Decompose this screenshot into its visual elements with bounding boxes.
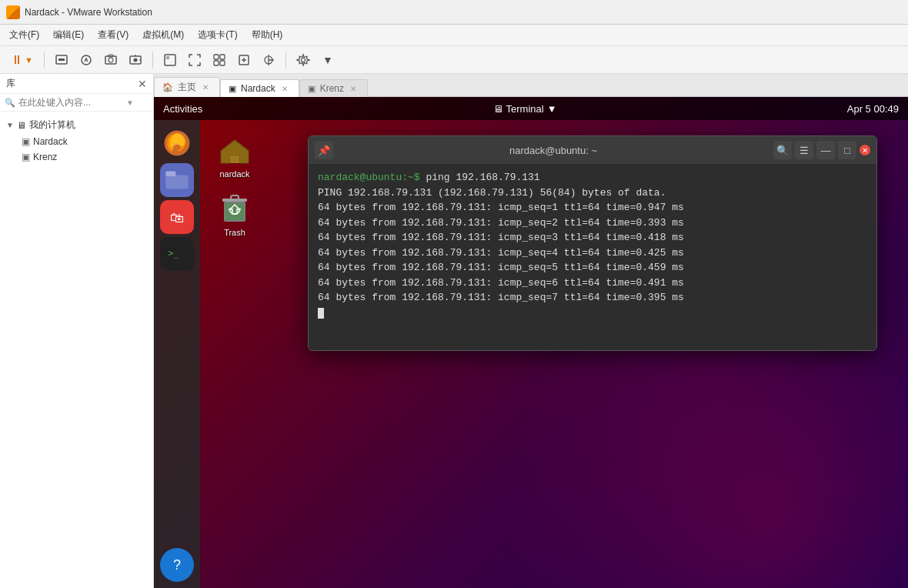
terminal-left-controls: 📌: [315, 141, 333, 159]
send-ctrl-alt-del-button[interactable]: [51, 49, 72, 71]
vmware-logo-icon: [6, 5, 20, 19]
terminal-body[interactable]: nardack@ubuntu:~$ ping 192.168.79.131 PI…: [309, 164, 876, 351]
terminal-cursor: [318, 308, 324, 319]
svg-point-16: [301, 58, 305, 62]
menu-view[interactable]: 查看(V): [92, 27, 135, 43]
terminal-close-button[interactable]: ✕: [860, 145, 870, 155]
nardack-label: Nardack: [33, 136, 68, 147]
tree-item-krenz[interactable]: ▣ Krenz: [0, 149, 153, 165]
menu-edit[interactable]: 编辑(E): [47, 27, 90, 43]
terminal-search-button[interactable]: 🔍: [773, 141, 792, 159]
sidebar-close-button[interactable]: ✕: [138, 78, 147, 90]
dock-help[interactable]: ?: [160, 548, 194, 582]
krenz-label: Krenz: [33, 152, 57, 162]
settings-button[interactable]: [292, 49, 314, 71]
fullscreen-button[interactable]: [184, 49, 205, 71]
svg-rect-21: [165, 172, 175, 177]
terminal-minimize-button[interactable]: —: [816, 141, 835, 159]
menu-vm[interactable]: 虚拟机(M): [136, 27, 190, 43]
tab-home-close[interactable]: ✕: [201, 83, 210, 92]
tab-home-label: 主页: [178, 81, 196, 94]
scale-button[interactable]: [233, 49, 255, 71]
terminal-right-controls: 🔍 ☰ — □ ✕: [773, 141, 870, 159]
dock-appstore[interactable]: 🛍: [160, 200, 194, 234]
terminal-output-7: 64 bytes from 192.168.79.131: icmp_seq=7…: [318, 290, 867, 306]
terminal-menu[interactable]: 🖥 Terminal ▼: [493, 103, 557, 115]
search-icon: 🔍: [5, 98, 15, 108]
terminal-menu-icon: 🖥: [493, 103, 503, 115]
vm-tab-nardack-icon: ▣: [229, 84, 236, 94]
terminal-output-2: 64 bytes from 192.168.79.131: icmp_seq=2…: [318, 215, 867, 231]
unity-button[interactable]: [209, 49, 230, 71]
sidebar-tree: ▼ 🖥 我的计算机 ▣ Nardack ▣ Krenz: [0, 112, 153, 588]
terminal-window[interactable]: 📌 nardack@ubuntu: ~ 🔍 ☰ — □ ✕: [308, 135, 877, 351]
tree-item-my-computer[interactable]: ▼ 🖥 我的计算机: [0, 116, 153, 134]
normal-view-button[interactable]: [159, 49, 181, 71]
separator-2: [152, 52, 153, 68]
svg-text:>_: >_: [169, 248, 179, 259]
menu-bar: 文件(F) 编辑(E) 查看(V) 虚拟机(M) 选项卡(T) 帮助(H): [0, 25, 908, 46]
ubuntu-desktop[interactable]: Activities 🖥 Terminal ▼ Apr 5 00:49: [154, 97, 908, 588]
tab-home[interactable]: 🏠 主页 ✕: [154, 77, 220, 97]
terminal-line-prompt: nardack@ubuntu:~$ ping 192.168.79.131: [318, 170, 867, 185]
svg-rect-32: [231, 195, 239, 199]
svg-point-4: [108, 58, 113, 62]
svg-rect-12: [214, 61, 219, 65]
desktop-icon-trash[interactable]: Trash: [208, 194, 262, 237]
menu-tab[interactable]: 选项卡(T): [192, 27, 243, 43]
terminal-output-6: 64 bytes from 192.168.79.131: icmp_seq=6…: [318, 276, 867, 291]
svg-rect-1: [58, 58, 65, 61]
computer-icon: 🖥: [17, 120, 26, 131]
tab-krenz-close[interactable]: ✕: [349, 85, 358, 93]
svg-rect-28: [230, 155, 239, 163]
touch-button[interactable]: [258, 49, 279, 71]
terminal-maximize-button[interactable]: □: [838, 141, 856, 159]
vm-display-area[interactable]: Activities 🖥 Terminal ▼ Apr 5 00:49: [154, 97, 908, 588]
activities-button[interactable]: Activities: [163, 103, 202, 115]
vm-krenz-icon: ▣: [22, 152, 30, 162]
dock-firefox[interactable]: [160, 126, 194, 160]
tab-nardack[interactable]: ▣ Nardack ✕: [220, 79, 299, 97]
menu-file[interactable]: 文件(F): [3, 27, 45, 43]
sidebar: 库 ✕ 🔍 ▼ ▼ 🖥 我的计算机 ▣ Nardack ▣ K: [0, 74, 154, 588]
title-bar: Nardack - VMware Workstation: [0, 0, 908, 25]
expand-icon: ▼: [6, 121, 14, 129]
svg-rect-20: [165, 175, 188, 189]
dock-terminal[interactable]: >_: [160, 237, 194, 271]
ubuntu-topbar: Activities 🖥 Terminal ▼ Apr 5 00:49: [154, 97, 908, 120]
terminal-command: ping 192.168.79.131: [420, 172, 540, 183]
snapshot-button[interactable]: [100, 49, 122, 71]
tab-nardack-close[interactable]: ✕: [280, 85, 289, 93]
tree-item-nardack[interactable]: ▣ Nardack: [0, 134, 153, 149]
tab-krenz-label: Krenz: [320, 83, 344, 94]
more-button[interactable]: ▼: [317, 49, 339, 71]
home-folder-icon: [219, 135, 250, 166]
terminal-title: nardack@ubuntu: ~: [333, 145, 773, 156]
terminal-prompt: nardack@ubuntu:~$: [318, 172, 420, 183]
toolbar: ⏸ ▼: [0, 46, 908, 74]
separator-1: [44, 52, 45, 68]
terminal-pin-button[interactable]: 📌: [315, 141, 333, 159]
tab-krenz[interactable]: ▣ Krenz ✕: [299, 79, 368, 97]
sidebar-search-bar[interactable]: 🔍 ▼: [0, 94, 153, 112]
search-input[interactable]: [18, 97, 126, 108]
terminal-menu-button[interactable]: ☰: [795, 141, 813, 159]
menu-help[interactable]: 帮助(H): [245, 27, 289, 43]
pause-icon: ⏸: [11, 53, 23, 67]
svg-rect-10: [214, 55, 219, 59]
snapshot2-button[interactable]: [125, 49, 146, 71]
terminal-titlebar: 📌 nardack@ubuntu: ~ 🔍 ☰ — □ ✕: [309, 136, 876, 164]
desktop-icon-home[interactable]: nardack: [208, 135, 262, 179]
search-dropdown-icon[interactable]: ▼: [126, 99, 134, 107]
terminal-output-4: 64 bytes from 192.168.79.131: icmp_seq=4…: [318, 246, 867, 261]
restore-button[interactable]: [75, 49, 97, 71]
svg-rect-11: [220, 55, 225, 59]
vm-nardack-icon: ▣: [22, 136, 30, 147]
pause-button[interactable]: ⏸ ▼: [6, 52, 38, 68]
trash-label: Trash: [224, 228, 245, 237]
svg-rect-9: [166, 56, 169, 59]
tab-bar: 🏠 主页 ✕ ▣ Nardack ✕ ▣ Krenz ✕: [154, 74, 908, 97]
dock-files[interactable]: [160, 163, 194, 197]
home-folder-label: nardack: [219, 169, 249, 179]
sidebar-title: 库: [6, 77, 15, 90]
